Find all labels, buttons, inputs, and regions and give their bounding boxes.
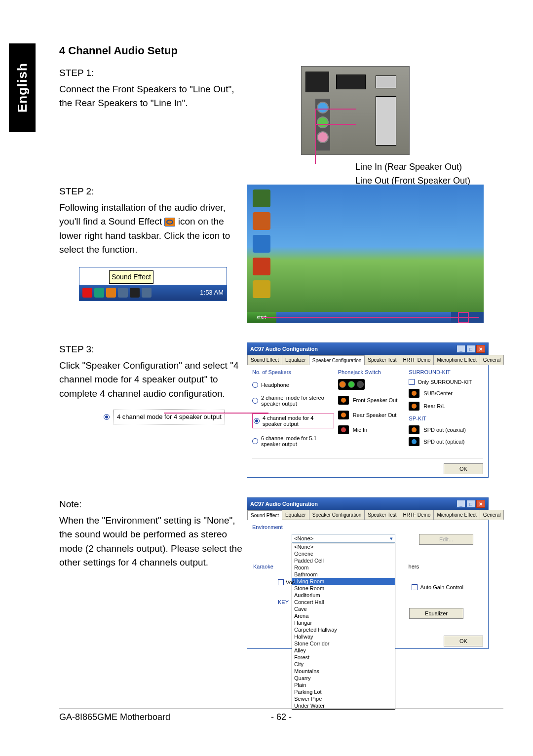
env-option[interactable]: Hangar bbox=[292, 619, 395, 626]
rear-out-label: Rear Speaker Out bbox=[353, 412, 397, 418]
env-option[interactable]: Concert Hall bbox=[292, 599, 395, 605]
env-option[interactable]: Plain bbox=[292, 681, 395, 688]
step-1-figure: Line In (Rear Speaker Out) Line Out (Fro… bbox=[247, 66, 503, 155]
env-option[interactable]: Hallway bbox=[292, 633, 395, 640]
env-option[interactable]: Bathroom bbox=[292, 571, 395, 578]
env-option[interactable]: Alley bbox=[292, 647, 395, 654]
step-2-label: STEP 2: bbox=[59, 185, 247, 199]
tab2-microphone[interactable]: Microphone Effect bbox=[433, 510, 480, 520]
desktop-icon-3 bbox=[253, 235, 270, 253]
radio-4ch[interactable]: 4 channel mode for 4 speaker output bbox=[252, 414, 334, 428]
dialog-title-bar: AC97 Audio Configuration _ □ ✕ bbox=[247, 343, 488, 355]
environment-dropdown-list[interactable]: <None>GenericPadded CellRoomBathroomLivi… bbox=[292, 543, 395, 710]
env-option[interactable]: Parking Lot bbox=[292, 688, 395, 695]
auto-gain-checkbox[interactable] bbox=[412, 584, 418, 590]
speaker-config-dialog: AC97 Audio Configuration _ □ ✕ Sound Eff… bbox=[247, 342, 489, 478]
ps2-port bbox=[305, 72, 329, 92]
env-option[interactable]: City bbox=[292, 661, 395, 668]
tab-speaker-config[interactable]: Speaker Configuration bbox=[309, 355, 365, 365]
note-section: Note: When the "Environment" setting is … bbox=[59, 497, 503, 649]
page-title: 4 Channel Audio Setup bbox=[59, 44, 503, 57]
tab2-speaker-test[interactable]: Speaker Test bbox=[364, 510, 400, 520]
tray-sound-icon[interactable] bbox=[106, 288, 116, 298]
step-3-callout: 4 channel mode for 4 speaker output bbox=[104, 410, 247, 424]
line-in-jack bbox=[317, 102, 329, 113]
step-3: STEP 3: Click "Speaker Configuration" an… bbox=[59, 342, 503, 478]
desktop-icon-2 bbox=[253, 212, 270, 230]
env-option[interactable]: Cave bbox=[292, 605, 395, 612]
tab-sound-effect[interactable]: Sound Effect bbox=[247, 355, 282, 365]
env-option[interactable]: Stone Corridor bbox=[292, 640, 395, 647]
dialog-tabs: Sound Effect Equalizer Speaker Configura… bbox=[247, 355, 488, 365]
tab2-speaker-config[interactable]: Speaker Configuration bbox=[309, 510, 365, 520]
only-surround-checkbox[interactable] bbox=[409, 379, 415, 385]
page-content: 4 Channel Audio Setup STEP 1: Connect th… bbox=[59, 44, 503, 669]
env-option[interactable]: Forest bbox=[292, 654, 395, 661]
tab-microphone[interactable]: Microphone Effect bbox=[433, 355, 480, 365]
spd-coax-label: SPD out (coaxial) bbox=[423, 427, 466, 433]
close-button[interactable]: ✕ bbox=[476, 345, 485, 353]
minimize-button-2[interactable]: _ bbox=[457, 500, 465, 508]
tray-icon-4 bbox=[118, 288, 128, 298]
rear-out-led bbox=[338, 411, 349, 419]
close-button-2[interactable]: ✕ bbox=[476, 500, 485, 508]
edit-button[interactable]: Edit... bbox=[419, 534, 473, 545]
radio-2ch-label: 2 channel mode for stereo speaker output bbox=[261, 395, 334, 407]
step-2: STEP 2: Following installation of the au… bbox=[59, 185, 503, 323]
front-out-led bbox=[338, 396, 349, 405]
jack-panel-icon bbox=[338, 379, 365, 390]
tab2-sound-effect[interactable]: Sound Effect bbox=[247, 510, 282, 520]
note-figure: AC97 Audio Configuration _ □ ✕ Sound Eff… bbox=[247, 497, 503, 649]
minimize-button[interactable]: _ bbox=[457, 345, 465, 353]
io-panel-photo bbox=[301, 66, 410, 155]
page-footer: GA-8I865GME Motherboard - 62 - bbox=[59, 709, 503, 722]
sub-center-led bbox=[409, 389, 419, 398]
env-option[interactable]: Sewer Pipe bbox=[292, 695, 395, 702]
env-option[interactable]: <None> bbox=[292, 543, 395, 550]
env-option[interactable]: Quarry bbox=[292, 675, 395, 681]
spd-opt-label: SPD out (optical) bbox=[423, 439, 464, 445]
sound-effect-icon bbox=[164, 218, 175, 227]
chevron-down-icon: ▾ bbox=[390, 535, 393, 542]
env-option[interactable]: Generic bbox=[292, 550, 395, 557]
dialog2-tabs: Sound Effect Equalizer Speaker Configura… bbox=[247, 510, 488, 520]
step-3-text: STEP 3: Click "Speaker Configuration" an… bbox=[59, 342, 247, 478]
radio-headphone[interactable]: Headphone bbox=[252, 382, 334, 388]
tab-general[interactable]: General bbox=[480, 355, 504, 365]
surround-kit-header: SURROUND-KIT bbox=[409, 369, 483, 375]
tab2-general[interactable]: General bbox=[480, 510, 504, 520]
radio-2ch[interactable]: 2 channel mode for stereo speaker output bbox=[252, 395, 334, 407]
env-option[interactable]: Auditorium bbox=[292, 592, 395, 599]
env-option[interactable]: Arena bbox=[292, 612, 395, 619]
voc-checkbox[interactable] bbox=[278, 579, 284, 585]
env-option[interactable]: Carpeted Hallway bbox=[292, 626, 395, 633]
env-option[interactable]: Under Water bbox=[292, 702, 395, 709]
env-option[interactable]: Room bbox=[292, 564, 395, 571]
radio-6ch[interactable]: 6 channel mode for 5.1 speaker output bbox=[252, 435, 334, 447]
tray-icon-1 bbox=[82, 288, 92, 298]
only-surround-label: Only SURROUND-KIT bbox=[418, 379, 472, 385]
maximize-button-2[interactable]: □ bbox=[466, 500, 475, 508]
env-option[interactable]: Mountains bbox=[292, 668, 395, 675]
sp-kit-header: SP-KIT bbox=[409, 416, 483, 421]
tab2-hrtf-demo[interactable]: HRTF Demo bbox=[400, 510, 434, 520]
others-label-fragment: hers bbox=[409, 564, 419, 569]
env-option[interactable]: Living Room bbox=[292, 578, 395, 585]
tab2-equalizer[interactable]: Equalizer bbox=[282, 510, 309, 520]
ok-button-2[interactable]: OK bbox=[444, 636, 483, 646]
tab-hrtf-demo[interactable]: HRTF Demo bbox=[400, 355, 434, 365]
tray-icon-2 bbox=[94, 288, 104, 298]
tab-equalizer[interactable]: Equalizer bbox=[282, 355, 309, 365]
env-option[interactable]: Padded Cell bbox=[292, 557, 395, 564]
equalizer-button[interactable]: Equalizer bbox=[409, 608, 463, 619]
desktop-icon-5 bbox=[253, 280, 270, 298]
environment-select[interactable]: <None> ▾ bbox=[292, 534, 395, 543]
maximize-button[interactable]: □ bbox=[466, 345, 475, 353]
front-out-label: Front Speaker Out bbox=[353, 397, 398, 403]
note-label: Note: bbox=[59, 497, 247, 512]
env-option[interactable]: Stone Room bbox=[292, 585, 395, 592]
step-3-label: STEP 3: bbox=[59, 342, 247, 357]
tab-speaker-test[interactable]: Speaker Test bbox=[364, 355, 400, 365]
step-1-body: Connect the Front Speakers to "Line Out"… bbox=[59, 82, 247, 111]
ok-button[interactable]: OK bbox=[444, 463, 483, 474]
